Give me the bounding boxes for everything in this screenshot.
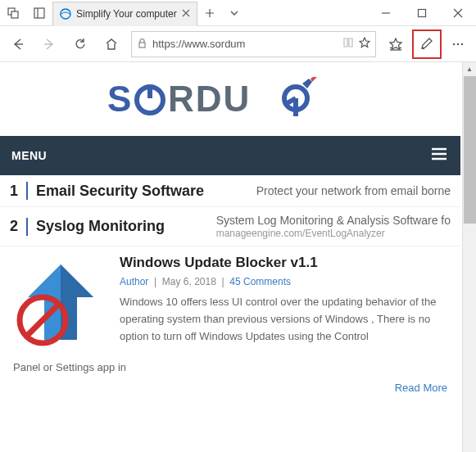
reading-mode-icon[interactable] [342,37,354,52]
browser-tab[interactable]: Simplify Your computer [52,2,197,26]
ad-row-1[interactable]: 1 Email Security Software Protect your n… [0,175,460,207]
read-more-link[interactable]: Read More [395,382,447,394]
svg-rect-1 [11,11,18,18]
article-top: Windows Update Blocker v1.1 Author | May… [13,255,447,350]
address-bar[interactable]: https://www.sordum [131,31,376,57]
svg-point-14 [461,43,463,44]
maximize-button[interactable] [404,0,440,26]
svg-text:S: S [107,79,133,119]
more-options-button[interactable] [443,29,473,59]
article-comments-link[interactable]: 45 Comments [229,276,291,287]
titlebar-left: Simplify Your computer [0,0,247,25]
article-excerpt: Windows 10 offers less UI control over t… [120,294,447,345]
ad-divider [26,182,28,200]
back-button[interactable] [3,29,33,59]
article-block: Windows Update Blocker v1.1 Author | May… [0,246,460,358]
svg-point-12 [453,43,455,44]
ad-description-col: System Log Monitoring & Analysis Softwar… [216,214,451,239]
menu-label[interactable]: MENU [11,149,47,162]
svg-rect-5 [419,10,426,17]
ad-title: Email Security Software [36,183,204,200]
window-titlebar: Simplify Your computer [0,0,476,26]
ad-title: Syslog Monitoring [36,218,165,235]
ad-number: 2 [10,218,18,235]
svg-rect-2 [34,8,44,18]
forward-button[interactable] [34,29,64,59]
article-body: Windows Update Blocker v1.1 Author | May… [120,255,447,350]
meta-separator: | [219,276,229,287]
task-view-icon[interactable] [0,0,26,26]
lock-icon [137,37,147,52]
tab-dropdown-icon[interactable] [222,8,247,18]
close-button[interactable] [440,0,476,26]
ad-subtext: manageengine.com/EventLogAnalyzer [216,228,451,239]
ad-row-2[interactable]: 2 Syslog Monitoring System Log Monitorin… [0,207,460,246]
ad-description: System Log Monitoring & Analysis Softwar… [216,214,451,227]
vertical-scrollbar[interactable]: ▲ [462,62,476,452]
site-menu-bar: MENU [0,136,460,175]
refresh-button[interactable] [66,29,95,59]
tab-favicon-icon [60,8,71,20]
ad-description: Protect your network from email borne [256,184,451,197]
article-excerpt-continuation: Panel or Settings app in [0,358,460,377]
hamburger-icon[interactable] [429,144,449,167]
window-controls [368,0,476,25]
minimize-button[interactable] [368,0,404,26]
site-logo[interactable]: S RDU [0,62,460,136]
web-note-button-highlighted[interactable] [412,29,442,59]
page-viewport: S RDU MENU 1 [0,62,460,452]
browser-toolbar: https://www.sordum [0,26,476,62]
ad-number: 1 [10,183,18,200]
article-thumbnail[interactable] [13,255,108,350]
read-more-row: Read More [0,377,460,401]
article-title[interactable]: Windows Update Blocker v1.1 [120,255,447,271]
meta-separator: | [152,276,162,287]
svg-text:RDU: RDU [168,79,251,119]
article-author-link[interactable]: Author [120,276,148,287]
page-content: S RDU MENU 1 [0,62,476,452]
scroll-up-icon[interactable]: ▲ [463,62,476,76]
sidebar-icon[interactable] [26,0,52,26]
favorite-star-icon[interactable] [359,37,370,52]
favorites-hub-button[interactable] [381,29,410,59]
url-text: https://www.sordum [152,38,245,50]
tab-close-icon[interactable] [182,8,190,20]
article-meta: Author | May 6, 2018 | 45 Comments [120,276,447,287]
svg-rect-8 [139,43,145,47]
new-tab-button[interactable] [197,8,222,18]
article-date: May 6, 2018 [162,276,216,287]
home-button[interactable] [97,29,126,59]
tab-title: Simplify Your computer [76,8,177,20]
scrollbar-thumb[interactable] [464,76,476,224]
svg-point-13 [457,43,459,44]
ad-divider [26,218,28,236]
